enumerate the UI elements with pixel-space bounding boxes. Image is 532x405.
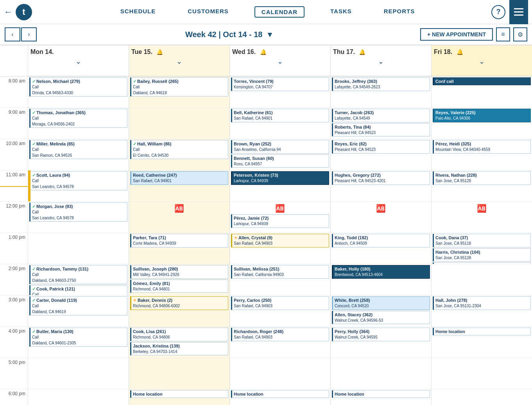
help-button[interactable]: ? [491, 5, 505, 19]
wed-slot-1: Bell, Katherine (61)San Rafael, CA 94901 [230, 108, 330, 139]
appt-scott[interactable]: ✓Scott, Laura (94)CallSan Leandro, CA 94… [29, 171, 127, 190]
nav-schedule[interactable]: SCHEDULE [114, 6, 162, 18]
nav-tasks[interactable]: TASKS [324, 6, 358, 18]
fri-lunch-icon: 🆎 [433, 202, 531, 214]
appt-hall-john[interactable]: Hall, John (278)San Jose, CA 95131-2304 [433, 296, 531, 310]
appt-morgan[interactable]: ✓Morgan, Jose (93)CallSan Leandro, CA 94… [29, 202, 127, 222]
appt-rivera-nathan[interactable]: Rivera, Nathan (228)San Jose, CA 95128 [433, 171, 531, 185]
appt-baker-holly[interactable]: Baker, Holly (180)Brentwood, CA 94513-46… [332, 265, 430, 279]
appt-cook-dana[interactable]: Cook, Dana (37)San Jose, CA 95118 [433, 234, 531, 247]
appt-reed-catherine[interactable]: Reed, Catherine (247)San Rafael, CA 9490… [130, 171, 228, 185]
sub-header-actions: + NEW APPOINTMENT ≡ ⚙ [420, 27, 527, 41]
mon-chevron[interactable]: ⌄ [30, 57, 126, 66]
appt-conf-call[interactable]: Conf call [433, 77, 531, 85]
top-nav: ← t SCHEDULE CUSTOMERS CALENDAR TASKS RE… [0, 0, 532, 24]
new-appointment-button[interactable]: + NEW APPOINTMENT [420, 28, 493, 41]
list-view-button[interactable]: ≡ [496, 27, 510, 41]
next-week-button[interactable]: › [21, 27, 37, 41]
appt-perez-jamie[interactable]: Pérez, Jamie (72)Larkspur, CA 94939 [231, 214, 329, 228]
tue-slot-2: ✓Hall, William (86)CallEl Cerrito, CA 94… [129, 139, 229, 170]
week-label: Week 42 | Oct 14 - 18 ▾ [37, 30, 420, 39]
menu-button[interactable] [509, 0, 528, 24]
appt-richardson-tammy[interactable]: ✓Richardson, Tammy (131)CallOakland, CA … [29, 265, 127, 284]
day-name-wed: Wed 16. 🔔 [232, 48, 328, 56]
appt-bennett-susan[interactable]: Bennett, Susan (60)Ross, CA 94957 [231, 154, 329, 168]
appt-jackson-kristina[interactable]: Jackson, Kristina (139)Berkeley, CA 9470… [130, 342, 228, 356]
fri-slot-5: Cook, Dana (37)San Jose, CA 95118 Harris… [432, 233, 532, 264]
appt-thu-home[interactable]: Home location [332, 390, 430, 398]
day-col-tue: Tue 15. 🔔 ⌄ ✓Bailey, Russell (265)CallOa… [129, 45, 230, 405]
fri-slot-9 [432, 358, 532, 389]
day-header-thu: Thu 17. 🔔 ⌄ [331, 45, 431, 77]
time-100pm: 1:00 pm [0, 233, 28, 264]
appt-parker[interactable]: Parker, Tara (71)Corte Madera, CA 94939 [130, 234, 228, 247]
appt-hall-william[interactable]: ✓Hall, William (86)CallEl Cerrito, CA 94… [130, 140, 228, 159]
wed-slot-3: Peterson, Kristen (73)Larkspur, CA 94939 [230, 170, 330, 202]
appt-baker-dennis[interactable]: ☀Baker, Dennis (2)Richmond, CA 94806-600… [130, 296, 228, 310]
wed-slot-0: Torres, Vincent (79)Kensington, CA 94707 [230, 77, 330, 108]
settings-button[interactable]: ⚙ [513, 27, 527, 41]
appt-tue-home[interactable]: Home location [130, 390, 228, 398]
nav-calendar[interactable]: CALENDAR [254, 6, 305, 18]
thu-chevron[interactable]: ⌄ [333, 57, 429, 66]
appt-miller[interactable]: ✓Miller, Melinda (85)CallSan Ramon, CA 9… [29, 140, 127, 159]
week-dropdown-icon[interactable]: ▾ [268, 30, 272, 39]
time-200pm: 2:00 pm [0, 264, 28, 296]
back-button[interactable]: ← [4, 7, 13, 17]
appt-roberts-tina[interactable]: Roberts, Tina (84)Pleasant Hill, CA 9452… [332, 123, 430, 137]
nav-reports[interactable]: REPORTS [378, 6, 421, 18]
week-nav-buttons: ‹ › [5, 27, 37, 41]
tue-slot-10: Home location [129, 389, 229, 405]
day-col-thu: Thu 17. 🔔 ⌄ Brooks, Jeffrey (363)Lafayet… [331, 45, 432, 405]
appt-sullivan-joseph[interactable]: Sullivan, Joseph (280)Mill Valley, CA 94… [130, 265, 228, 279]
thu-slot-8: Perry, Holly (364)Walnut Creek, CA 94595 [331, 327, 431, 358]
appt-carter[interactable]: ✓Carter, Donald (119)CallOakland, CA 946… [29, 296, 127, 315]
fri-slot-3: Rivera, Nathan (228)San Jose, CA 95128 [432, 170, 532, 202]
appt-torres[interactable]: Torres, Vincent (79)Kensington, CA 94707 [231, 77, 329, 91]
appt-sullivan-melissa[interactable]: Sullivan, Melissa (251)San Rafael, Calif… [231, 265, 329, 279]
appt-reyes-eric[interactable]: Reyes, Eric (82)Pleasant Hill, CA 94523 [332, 140, 430, 154]
appt-allen-stacey[interactable]: Allen, Stacey (362)Walnut Creek, CA 9459… [332, 311, 430, 324]
tue-chevron[interactable]: ⌄ [131, 57, 227, 66]
time-column: 8:00 am 9:00 am 10:00 am 11:00 am 12:00 … [0, 45, 28, 405]
appt-peterson-kristen[interactable]: Peterson, Kristen (73)Larkspur, CA 94939 [231, 171, 329, 185]
appt-thomas[interactable]: ✓Thomas, Jonathan (365)CallMoraga, CA 94… [29, 109, 127, 128]
appt-bailey[interactable]: ✓Bailey, Russell (265)CallOakland, CA 94… [130, 77, 228, 97]
mon-slot-6: ✓Richardson, Tammy (131)CallOakland, CA … [28, 264, 129, 296]
time-500pm: 5:00 pm [0, 358, 28, 389]
appt-brooks-jeffrey[interactable]: Brooks, Jeffrey (363)Lafayette, CA 94549… [332, 77, 430, 91]
appt-reyes-valerie[interactable]: Reyes, Valerie (225)Palo Alto, CA 94306 [433, 109, 531, 122]
nav-customers[interactable]: CUSTOMERS [181, 6, 235, 18]
appt-butler[interactable]: ✓Butler, Maria (130)CallOakland, CA 9460… [29, 328, 127, 347]
appt-richardson-roger[interactable]: Richardson, Roger (248)San Rafael, CA 94… [231, 328, 329, 341]
appt-perry-carlos[interactable]: Perry, Carlos (250)San Rafael, CA 94903 [231, 296, 329, 310]
appt-fri-home[interactable]: Home location [433, 328, 531, 335]
logo: t [16, 4, 32, 20]
appt-nelson[interactable]: ✓Nelson, Michael (279)CallOrinda, CA 945… [29, 77, 127, 97]
wed-slot-8: Richardson, Roger (248)San Rafael, CA 94… [230, 327, 330, 358]
time-1000am: 10:00 am [0, 139, 28, 170]
calendar-container: 8:00 am 9:00 am 10:00 am 11:00 am 12:00 … [0, 45, 532, 405]
appt-king-todd[interactable]: King, Todd (182)Antioch, CA 94509 [332, 234, 430, 247]
appt-allen-crystal[interactable]: ☀Allen, Crystal (9)San Rafael, CA 94903 [231, 234, 329, 247]
appt-hughes-gregory[interactable]: Hughes, Gregory (272)Pleasant Hill, CA 9… [332, 171, 430, 185]
appt-brown-ryan[interactable]: Brown, Ryan (252)San Anselmo, California… [231, 140, 329, 154]
appt-wed-home[interactable]: Home location [231, 390, 329, 398]
appt-white-brett[interactable]: White, Brett (258)Concord, CA 94520 [332, 296, 430, 310]
tue-slot-8: Cook, Lisa (261)Richmond, CA 94806 Jacks… [129, 327, 229, 358]
appt-bell-katherine[interactable]: Bell, Katherine (61)San Rafael, CA 94901 [231, 109, 329, 122]
time-800am: 8:00 am [0, 77, 28, 108]
fri-chevron[interactable]: ⌄ [434, 57, 530, 66]
appt-cook-lisa[interactable]: Cook, Lisa (261)Richmond, CA 94806 [130, 328, 228, 341]
prev-week-button[interactable]: ‹ [5, 27, 20, 41]
appt-perez-heidi[interactable]: Pérez, Heidi (325)Mountain View, CA 9404… [433, 140, 531, 154]
time-bar [28, 170, 30, 201]
appt-cook-patrick[interactable]: ✓Cook, Patrick (121)CallOakland, CA 9460… [29, 285, 127, 296]
time-600pm: 6:00 pm [0, 389, 28, 405]
appt-turner-jacob[interactable]: Turner, Jacob (263)Lafayette, CA 94549 [332, 109, 430, 122]
wed-chevron[interactable]: ⌄ [232, 57, 328, 66]
appt-gomez-emily[interactable]: Gómez, Emily (81)Richmond, CA 94801 [130, 280, 228, 293]
appt-perry-holly[interactable]: Perry, Holly (364)Walnut Creek, CA 94595 [332, 328, 430, 341]
appt-harris-christina[interactable]: Harris, Christina (104)San Jose, CA 9512… [433, 248, 531, 262]
fri-slot-10 [432, 389, 532, 405]
